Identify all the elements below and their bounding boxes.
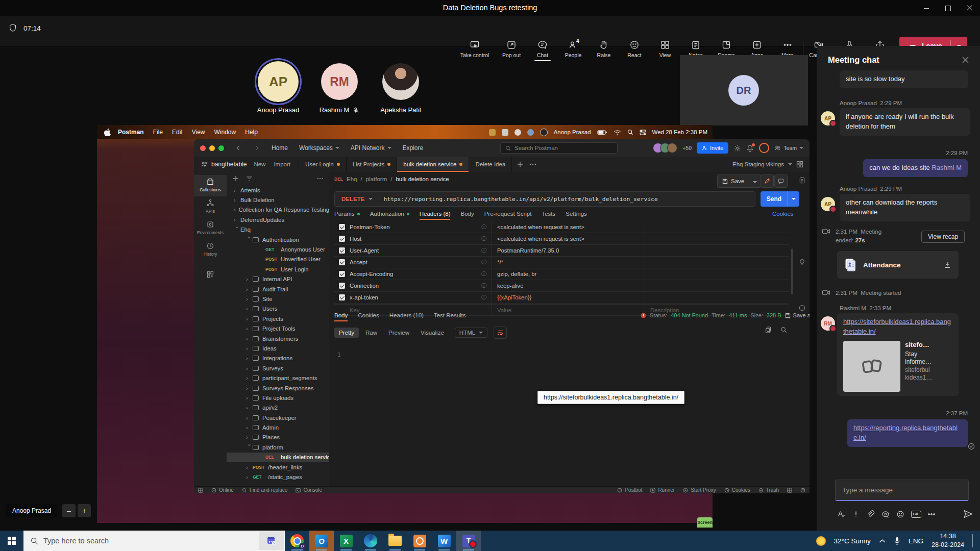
own-chat-message[interactable]: can we do Ideas site Rashmi M <box>863 159 968 177</box>
add-collection-icon[interactable] <box>233 176 239 182</box>
edit-pencil-icon[interactable] <box>761 174 774 188</box>
tree-item[interactable]: › Project Tools <box>227 323 329 333</box>
tree-item[interactable]: › Artemis <box>227 185 329 195</box>
priority-icon[interactable] <box>852 510 860 518</box>
mac-minimize-button[interactable] <box>209 145 215 151</box>
tree-item[interactable]: › platform <box>227 442 329 452</box>
tab-options-icon[interactable] <box>529 163 536 165</box>
tree-item[interactable]: › DeferredUpdates <box>227 215 329 224</box>
environment-quick-look-icon[interactable] <box>796 161 803 168</box>
cookies-link[interactable]: Cookies <box>772 211 794 217</box>
menu-help[interactable]: Help <box>245 129 258 136</box>
header-checkbox[interactable] <box>339 224 345 230</box>
compose-more-icon[interactable] <box>928 513 935 515</box>
react-button[interactable]: React <box>619 36 650 61</box>
tab-prerequest[interactable]: Pre-request Script <box>484 211 532 220</box>
menu-file[interactable]: File <box>153 129 163 136</box>
method-selector[interactable]: DELETE <box>335 196 378 202</box>
mac-close-button[interactable] <box>200 145 206 151</box>
menubar-extra-icon-5[interactable] <box>540 129 548 136</box>
attendance-card[interactable]: Attendance <box>837 251 959 279</box>
tree-item[interactable]: › Audit Trail <box>227 284 329 294</box>
view-pretty[interactable]: Pretty <box>334 328 359 338</box>
tab-tests[interactable]: Tests <box>542 211 555 220</box>
comments-icon[interactable] <box>774 174 788 188</box>
notifications-bell-icon[interactable] <box>746 144 754 152</box>
request-tab[interactable]: POST User Login <box>299 157 347 172</box>
taskbar-edge-icon[interactable] <box>358 531 383 551</box>
nav-api-network[interactable]: API Network <box>351 144 391 152</box>
link-preview-card[interactable]: sitefo… Stay informe… siteforbul kideas1… <box>843 341 952 392</box>
tree-item[interactable]: › Bulk Deletion <box>227 195 329 205</box>
taskbar-outlook-icon[interactable]: O <box>309 531 334 551</box>
tray-mic-icon[interactable] <box>894 537 900 545</box>
chat-message[interactable]: other can download the reports meanwhile <box>840 194 970 221</box>
response-tab-body[interactable]: Body <box>334 312 348 321</box>
tree-item[interactable]: › Brainstormers <box>227 334 329 343</box>
taskbar-excel-icon[interactable]: X <box>334 531 358 551</box>
menubar-extra-icon-3[interactable] <box>514 129 521 136</box>
request-tab[interactable]: DEL bulk deletion service <box>397 157 469 172</box>
trash-button[interactable]: Trash <box>758 487 779 493</box>
start-proxy-button[interactable]: Start Proxy <box>683 487 716 493</box>
view-recap-button[interactable]: View recap <box>921 231 965 243</box>
response-tab-headers[interactable]: Headers (10) <box>389 312 424 321</box>
chat-link[interactable]: https://siteforbulkideas1.replica.bangth… <box>843 318 951 335</box>
settings-gear-icon[interactable] <box>733 144 741 152</box>
header-checkbox[interactable] <box>339 283 345 289</box>
tab-authorization[interactable]: Authorization <box>370 211 409 220</box>
nav-explore[interactable]: Explore <box>403 144 424 152</box>
rail-environments[interactable]: Environments <box>194 218 227 239</box>
view-raw[interactable]: Raw <box>361 328 382 338</box>
tree-item[interactable]: › POST /header_links <box>227 462 329 472</box>
copy-response-icon[interactable] <box>763 327 773 333</box>
workspace-member-avatars[interactable] <box>653 143 677 153</box>
maximize-button[interactable] <box>937 0 959 16</box>
pop-out-button[interactable]: Pop out <box>496 36 527 61</box>
header-checkbox[interactable] <box>339 236 345 242</box>
save-as-example-button[interactable]: Save as example <box>785 312 810 318</box>
taskbar-word-icon[interactable]: W <box>432 531 456 551</box>
mac-zoom-button[interactable] <box>218 145 224 151</box>
send-icon[interactable] <box>963 509 973 519</box>
header-row[interactable]: Accept-Encodingⓘ gzip, deflate, br <box>334 268 789 280</box>
tree-item[interactable]: › Ideas <box>227 343 329 353</box>
cookies-status-button[interactable]: Cookies <box>724 487 750 493</box>
tree-item[interactable]: › Internal API <box>227 274 329 284</box>
menubar-app-name[interactable]: Postman <box>118 129 144 136</box>
avatar-ap[interactable]: AP <box>821 197 835 211</box>
taskbar-file-explorer-icon[interactable] <box>383 531 407 551</box>
tab-params[interactable]: Params <box>334 211 360 220</box>
header-row[interactable]: Connectionⓘ keep-alive <box>334 280 789 292</box>
request-url-input[interactable]: https://reporting.replica.bangthetable.i… <box>378 192 657 206</box>
taskbar-clock[interactable]: 14:38 28-02-2024 <box>932 532 964 549</box>
menu-window[interactable]: Window <box>214 129 236 136</box>
mention[interactable]: Rashmi M <box>932 164 962 171</box>
tab-settings[interactable]: Settings <box>566 211 587 220</box>
message-input[interactable]: Type a message <box>835 480 969 501</box>
header-checkbox[interactable] <box>339 271 345 277</box>
request-tab[interactable]: DEL Delete Idea <box>469 157 512 172</box>
send-options-caret[interactable] <box>788 191 799 207</box>
language-indicator[interactable]: ENG <box>909 537 923 545</box>
tree-item[interactable]: › Admin <box>227 422 329 432</box>
people-button[interactable]: 4 People <box>558 36 589 61</box>
format-selector[interactable]: HTML <box>455 328 487 338</box>
filter-icon[interactable] <box>246 176 253 182</box>
chat-message-with-link[interactable]: https://siteforbulkideas1.replica.bangth… <box>837 313 959 396</box>
postbot-button[interactable]: Postbot <box>617 487 642 493</box>
menubar-extra-icon-4[interactable] <box>527 129 534 136</box>
close-button[interactable] <box>959 0 980 16</box>
statusbar-grid-icon[interactable] <box>198 488 203 493</box>
tree-item[interactable]: › Surveys Responses <box>227 383 329 393</box>
participant-tile-dr[interactable]: DR <box>680 55 808 126</box>
tree-item[interactable]: GET Anonymous User <box>227 244 329 254</box>
tree-item[interactable]: › Site <box>227 294 329 304</box>
taskbar-teams-icon[interactable]: T <box>456 531 481 551</box>
tree-item[interactable]: › Integrations <box>227 354 329 363</box>
docs-panel-icon[interactable] <box>797 177 807 184</box>
postman-search-box[interactable]: Search Postman <box>500 142 618 154</box>
tree-item[interactable]: › participant_segments <box>227 373 329 383</box>
online-status[interactable]: Online <box>211 487 234 493</box>
sync-status-icon[interactable] <box>759 143 769 153</box>
